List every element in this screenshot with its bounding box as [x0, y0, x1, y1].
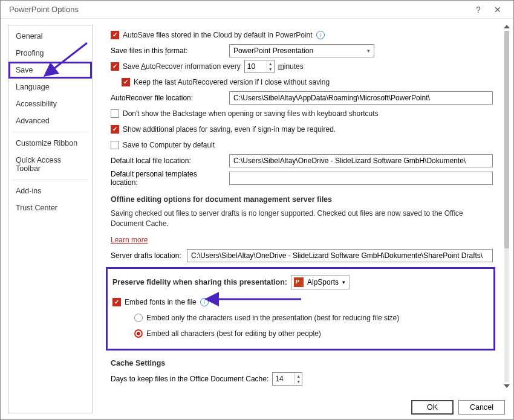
autorecover-minutes-spinner[interactable]: ▲▼	[244, 60, 275, 73]
fidelity-highlight: Preserve fidelity when sharing this pres…	[106, 267, 495, 351]
dialog-title: PowerPoint Options	[9, 5, 469, 14]
sidebar-item-addins[interactable]: Add-ins	[8, 183, 92, 199]
scroll-up-icon[interactable]	[504, 25, 510, 28]
sidebar-item-language[interactable]: Language	[8, 79, 92, 95]
help-button[interactable]: ?	[469, 5, 488, 15]
sidebar-item-advanced[interactable]: Advanced	[8, 112, 92, 129]
cache-days-spinner[interactable]: ▲▼	[272, 372, 302, 386]
save-format-combo[interactable]: PowerPoint Presentation▾	[229, 44, 374, 57]
cancel-button[interactable]: Cancel	[458, 400, 505, 415]
autorecover-label: Save AutoRecover information every	[123, 62, 241, 71]
embed-fonts-checkbox[interactable]	[112, 298, 121, 306]
personal-tpl-label: Default personal templates location:	[111, 170, 226, 187]
embed-fonts-label: Embed fonts in the file	[125, 298, 197, 306]
scroll-thumb[interactable]	[504, 31, 509, 248]
save-format-label: Save files in this format:	[111, 47, 226, 55]
no-backstage-checkbox[interactable]	[111, 109, 119, 118]
scroll-down-icon[interactable]	[504, 384, 510, 388]
sidebar-item-accessibility[interactable]: Accessibility	[8, 95, 92, 112]
save-computer-label: Save to Computer by default	[123, 141, 215, 149]
options-content: AutoSave files stored in the Cloud by de…	[97, 25, 501, 388]
offline-note: Saving checked out files to server draft…	[111, 208, 493, 230]
default-local-input[interactable]	[229, 154, 493, 167]
default-local-label: Default local file location:	[111, 157, 226, 165]
embed-only-label: Embed only the characters used in the pr…	[146, 314, 399, 322]
save-computer-checkbox[interactable]	[111, 141, 119, 149]
sidebar-item-save[interactable]: Save	[8, 62, 92, 79]
info-icon[interactable]: i	[200, 298, 209, 306]
sidebar-item-proofing[interactable]: Proofing	[8, 45, 92, 62]
cache-days-label: Days to keep files in the Office Documen…	[111, 375, 268, 383]
ok-button[interactable]: OK	[411, 400, 454, 415]
embed-all-label: Embed all characters (best for editing b…	[146, 329, 321, 338]
fidelity-heading: Preserve fidelity when sharing this pres…	[112, 278, 287, 286]
autorecover-checkbox[interactable]	[111, 62, 119, 71]
autosave-cloud-checkbox[interactable]	[111, 31, 119, 39]
no-backstage-label: Don't show the Backstage when opening or…	[123, 109, 379, 118]
autorecover-loc-label: AutoRecover file location:	[111, 94, 226, 102]
sidebar-item-quick-access[interactable]: Quick Access Toolbar	[8, 152, 92, 177]
sidebar-item-trust-center[interactable]: Trust Center	[8, 199, 92, 216]
server-drafts-label: Server drafts location:	[111, 251, 183, 260]
server-drafts-input[interactable]	[187, 249, 493, 262]
embed-only-radio[interactable]	[134, 314, 143, 322]
close-button[interactable]: ✕	[488, 5, 507, 15]
cache-heading: Cache Settings	[111, 359, 493, 367]
vertical-scrollbar[interactable]	[503, 25, 511, 388]
options-sidebar: General Proofing Save Language Accessibi…	[8, 25, 93, 413]
autorecover-loc-input[interactable]	[229, 91, 493, 105]
info-icon[interactable]: i	[316, 31, 325, 39]
sidebar-item-customize-ribbon[interactable]: Customize Ribbon	[8, 135, 92, 152]
sidebar-item-general[interactable]: General	[8, 28, 92, 45]
keep-last-label: Keep the last AutoRecovered version if I…	[134, 78, 330, 86]
learn-more-link[interactable]: Learn more	[111, 236, 148, 244]
personal-tpl-input[interactable]	[229, 172, 493, 185]
offline-heading: Offline editing options for document man…	[111, 195, 493, 204]
show-additional-label: Show additional places for saving, even …	[123, 125, 336, 134]
powerpoint-file-icon	[294, 277, 304, 287]
keep-last-checkbox[interactable]	[122, 78, 130, 86]
show-additional-checkbox[interactable]	[111, 125, 119, 134]
autosave-cloud-label: AutoSave files stored in the Cloud by de…	[123, 31, 313, 39]
presentation-combo[interactable]: AlpSports ▾	[291, 275, 350, 289]
minutes-label: minutes	[278, 62, 304, 71]
embed-all-radio[interactable]	[134, 329, 143, 338]
